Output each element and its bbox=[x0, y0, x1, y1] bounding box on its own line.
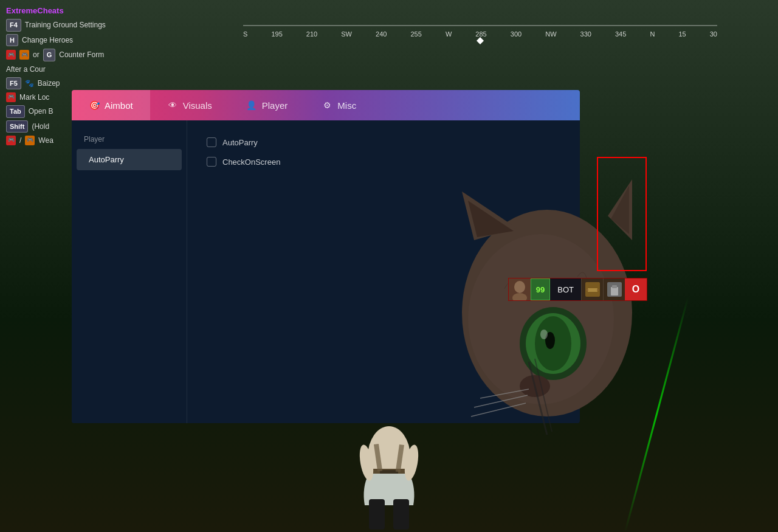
compass-sw: SW bbox=[341, 30, 352, 38]
checkbox-autoparry-row[interactable]: AutoParry bbox=[207, 137, 560, 147]
hud-line-heroes: H Change Heroes bbox=[6, 34, 106, 47]
compass-nw: NW bbox=[545, 30, 556, 38]
key-h: H bbox=[6, 34, 18, 47]
icon-red-1: 🎮 bbox=[6, 50, 16, 60]
compass-240: 240 bbox=[376, 30, 387, 38]
key-f4: F4 bbox=[6, 19, 21, 32]
svg-rect-32 bbox=[369, 499, 385, 530]
icon-red-3: 🎮 bbox=[6, 136, 16, 145]
compass-track bbox=[243, 25, 717, 26]
counter-form-text: Counter Form bbox=[59, 49, 104, 60]
sidebar: Player AutoParry bbox=[72, 120, 187, 423]
tab-misc-label: Misc bbox=[337, 100, 356, 111]
bot-icons: O bbox=[581, 278, 647, 300]
icon-orange-1: 🎮 bbox=[19, 50, 29, 60]
tab-player[interactable]: 👤 Player bbox=[229, 90, 305, 120]
compass-labels: S 195 210 SW 240 255 W 285 300 NW 330 34… bbox=[243, 30, 717, 38]
tab-player-label: Player bbox=[262, 100, 288, 111]
key-f5: F5 bbox=[6, 77, 21, 90]
compass-300: 300 bbox=[511, 30, 522, 38]
compass-285: 285 bbox=[475, 30, 486, 38]
svg-rect-22 bbox=[587, 289, 588, 291]
key-shift: Shift bbox=[6, 120, 28, 133]
bot-name: BOT bbox=[550, 278, 581, 300]
compass-210: 210 bbox=[306, 30, 317, 38]
svg-rect-33 bbox=[393, 499, 409, 530]
checkbox-checkonscreen[interactable] bbox=[207, 157, 216, 167]
training-ground-text: Training Ground Settings bbox=[25, 19, 106, 30]
tab-visuals-label: Visuals bbox=[183, 100, 212, 111]
bot-icon-2 bbox=[603, 278, 625, 300]
compass-30: 30 bbox=[710, 30, 717, 38]
tab-aimbot[interactable]: 🎯 Aimbot bbox=[72, 90, 150, 120]
tab-aimbot-label: Aimbot bbox=[105, 100, 133, 111]
hold-text: (Hold bbox=[32, 121, 49, 132]
checkbox-autoparry[interactable] bbox=[207, 137, 216, 147]
hud-line-training: F4 Training Ground Settings bbox=[6, 19, 106, 32]
compass-195: 195 bbox=[271, 30, 282, 38]
bot-avatar bbox=[509, 278, 531, 300]
compass-345: 345 bbox=[615, 30, 626, 38]
compass-15: 15 bbox=[678, 30, 686, 38]
slash-text: / bbox=[19, 135, 21, 146]
or-text: or bbox=[33, 49, 40, 60]
after-text: After a Cour bbox=[6, 64, 46, 75]
baize-text: Baizep bbox=[38, 78, 60, 89]
aimbot-icon: 🎯 bbox=[89, 100, 100, 111]
svg-rect-23 bbox=[597, 289, 599, 291]
misc-icon: ⚙ bbox=[322, 100, 332, 111]
compass-n: N bbox=[650, 30, 655, 38]
compass-s: S bbox=[243, 30, 247, 38]
checkbox-checkonscreen-label: CheckOnScreen bbox=[222, 157, 280, 167]
hud-line-after: After a Cour bbox=[6, 64, 106, 75]
svg-rect-26 bbox=[612, 285, 617, 288]
tab-bar: 🎯 Aimbot 👁 Visuals 👤 Player ⚙ Misc bbox=[72, 90, 580, 120]
hud-line-counter: 🎮 🎮 or G Counter Form bbox=[6, 49, 106, 61]
hud-line-baize: F5 🐾 Baizep bbox=[6, 77, 106, 90]
tab-misc[interactable]: ⚙ Misc bbox=[305, 90, 373, 120]
wea-text: Wea bbox=[38, 135, 53, 146]
bot-icon-1 bbox=[581, 278, 603, 300]
key-tab: Tab bbox=[6, 105, 25, 118]
sidebar-item-autoparry[interactable]: AutoParry bbox=[77, 149, 182, 170]
compass-w: W bbox=[446, 30, 452, 38]
icon-orange-2: 🎮 bbox=[25, 136, 35, 145]
open-text: Open B bbox=[29, 106, 53, 117]
key-g: G bbox=[43, 49, 56, 61]
content-area: AutoParry CheckOnScreen bbox=[187, 120, 580, 423]
brand-title: ExtremeCheats bbox=[6, 6, 106, 15]
panel-body: Player AutoParry AutoParry CheckOnScreen bbox=[72, 120, 580, 423]
player-icon: 👤 bbox=[246, 100, 257, 111]
compass-255: 255 bbox=[410, 30, 421, 38]
icon-red-2: 🎮 bbox=[6, 92, 16, 102]
main-panel: 🎯 Aimbot 👁 Visuals 👤 Player ⚙ Misc Playe… bbox=[72, 90, 580, 423]
checkbox-autoparry-label: AutoParry bbox=[222, 138, 258, 147]
bot-icon-circle: O bbox=[625, 278, 647, 300]
compass-330: 330 bbox=[580, 30, 591, 38]
visuals-icon: 👁 bbox=[167, 100, 178, 111]
tab-visuals[interactable]: 👁 Visuals bbox=[150, 90, 229, 120]
svg-point-18 bbox=[514, 281, 525, 293]
bot-level: 99 bbox=[531, 278, 550, 300]
character-silhouette bbox=[313, 408, 465, 532]
bot-status-bar: 99 BOT O bbox=[508, 278, 647, 301]
checkbox-checkonscreen-row[interactable]: CheckOnScreen bbox=[207, 157, 560, 167]
baize-emoji: 🐾 bbox=[25, 78, 34, 89]
svg-rect-25 bbox=[611, 287, 618, 295]
sidebar-category: Player bbox=[72, 130, 187, 148]
mark-text: Mark Loc bbox=[19, 92, 49, 103]
change-heroes-text: Change Heroes bbox=[22, 35, 73, 46]
svg-rect-21 bbox=[588, 288, 597, 292]
